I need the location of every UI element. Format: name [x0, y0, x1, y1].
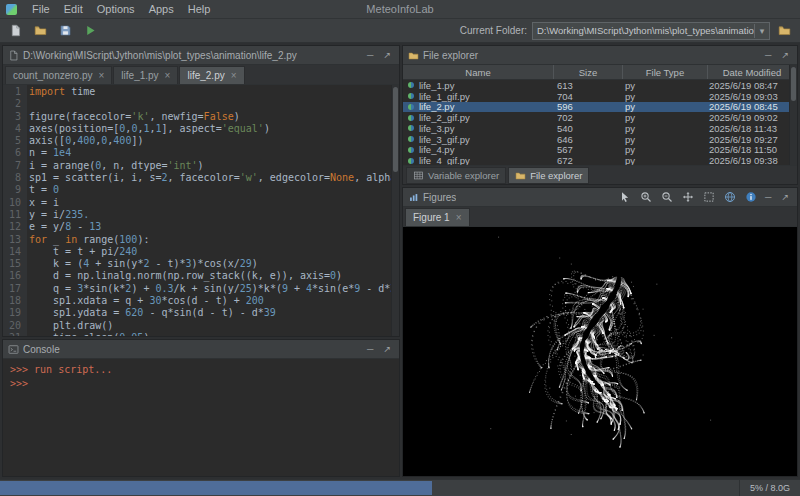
- pan-icon[interactable]: [681, 190, 695, 204]
- app-icon: [6, 4, 17, 15]
- console-output[interactable]: >>> run script...>>>: [3, 359, 399, 476]
- close-icon[interactable]: ×: [99, 70, 105, 81]
- editor-tab-life-1-py[interactable]: life_1.py×: [113, 66, 178, 84]
- table-row[interactable]: life_2.py596py2025/6/19 08:45: [403, 102, 797, 113]
- tab-label: life_1.py: [121, 70, 158, 81]
- python-file-icon: [407, 103, 415, 111]
- line-number: 19: [3, 307, 29, 319]
- table-row[interactable]: life_3_gif.py646py2025/6/19 09:27: [403, 134, 797, 145]
- minimize-icon[interactable]: ─: [762, 188, 774, 206]
- table-row[interactable]: life_1.py613py2025/6/19 08:47: [403, 80, 797, 91]
- table-row[interactable]: life_1_gif.py704py2025/6/19 09:03: [403, 91, 797, 102]
- code-line: 18 sp1.xdata = q + 30*cos(d - t) + 200: [3, 295, 399, 307]
- table-row[interactable]: life_2_gif.py702py2025/6/19 09:02: [403, 112, 797, 123]
- line-number: 12: [3, 221, 29, 233]
- scrollbar-thumb[interactable]: [791, 67, 796, 101]
- file-name-cell: life_3_gif.py: [403, 134, 553, 145]
- figures-title: Figures: [423, 192, 456, 203]
- chart-icon: [408, 192, 419, 203]
- file-name: life_3.py: [419, 123, 454, 134]
- select-icon[interactable]: [618, 190, 632, 204]
- code-line: 3figure(facecolor='k', newfig=False): [3, 111, 399, 123]
- column-header-size[interactable]: Size: [554, 65, 623, 79]
- code-text: [29, 98, 35, 110]
- open-file-button[interactable]: [32, 22, 49, 39]
- code-editor[interactable]: 1import time2 3figure(facecolor='k', new…: [3, 85, 399, 336]
- close-icon[interactable]: ×: [456, 212, 462, 223]
- full-extent-icon[interactable]: [702, 190, 716, 204]
- column-header-date-modified[interactable]: Date Modified: [708, 65, 797, 79]
- figure-tab-figure-1[interactable]: Figure 1×: [405, 208, 470, 226]
- editor-tabs: count_nonzero.py×life_1.py×life_2.py×: [3, 65, 399, 85]
- code-line: 8sp1 = scatter(i, i, s=2, facecolor='w',…: [3, 172, 399, 184]
- file-name-cell: life_1_gif.py: [403, 91, 553, 102]
- editor-scrollbar[interactable]: [391, 85, 399, 336]
- current-folder-label: Current Folder:: [460, 25, 527, 36]
- minimize-icon[interactable]: ─: [762, 46, 774, 64]
- globe-icon[interactable]: [723, 190, 737, 204]
- float-icon[interactable]: ↗: [380, 340, 394, 358]
- line-number: 6: [3, 147, 29, 159]
- code-text: i = arange(0, n, dtype='int'): [29, 160, 204, 172]
- file-explorer-header: File explorer ─ ↗: [403, 46, 797, 65]
- menu-apps[interactable]: Apps: [142, 2, 181, 16]
- menu-file[interactable]: File: [25, 2, 57, 16]
- zoom-in-icon[interactable]: [639, 190, 653, 204]
- console-header: Console ─ ↗: [3, 340, 399, 359]
- memory-indicator[interactable]: 5% / 8.0G: [739, 480, 800, 496]
- minimize-icon[interactable]: ─: [364, 46, 376, 64]
- file-name-cell: life_2.py: [403, 101, 553, 112]
- column-header-file-type[interactable]: File Type: [623, 65, 708, 79]
- folder-icon: [515, 170, 526, 181]
- toolbar-icons: [7, 22, 99, 39]
- code-line: 9t = 0: [3, 184, 399, 196]
- tab-file-explorer[interactable]: File explorer: [508, 167, 589, 184]
- scrollbar-thumb[interactable]: [393, 87, 398, 172]
- float-icon[interactable]: ↗: [380, 46, 394, 64]
- column-header-name[interactable]: Name: [403, 65, 554, 79]
- code-text: figure(facecolor='k', newfig=False): [29, 111, 240, 123]
- code-line: 4axes(position=[0,0,1,1], aspect='equal'…: [3, 123, 399, 135]
- line-number: 7: [3, 160, 29, 172]
- zoom-out-icon[interactable]: [660, 190, 674, 204]
- tab-variable-explorer[interactable]: Variable explorer: [406, 167, 506, 184]
- main-toolbar: Current Folder: D:\Working\MIScript\Jyth…: [0, 19, 800, 43]
- new-script-button[interactable]: [7, 22, 24, 39]
- chevron-down-icon[interactable]: ▾: [754, 24, 769, 38]
- browse-folder-button[interactable]: [775, 22, 793, 39]
- code-line: 20 plt.draw(): [3, 320, 399, 332]
- file-name: life_1.py: [419, 80, 454, 91]
- menu-edit[interactable]: Edit: [57, 2, 90, 16]
- line-number: 21: [3, 332, 29, 336]
- figures-toolbar: [618, 190, 758, 204]
- code-text: sp1.xdata = q + 30*cos(d - t) + 200: [29, 295, 264, 307]
- left-column: D:\Working\MIScript\Jython\mis\plot_type…: [2, 45, 400, 477]
- save-file-button[interactable]: [57, 22, 74, 39]
- menu-help[interactable]: Help: [181, 2, 218, 16]
- python-file-icon: [407, 124, 415, 132]
- explorer-tabs: Variable explorerFile explorer: [403, 165, 797, 184]
- current-folder-combobox[interactable]: D:\Working\MIScript\Jython\mis\plot_type…: [532, 22, 770, 40]
- code-text: n = 1e4: [29, 147, 71, 159]
- float-icon[interactable]: ↗: [778, 188, 792, 206]
- figure-canvas[interactable]: [403, 227, 797, 476]
- menu-options[interactable]: Options: [90, 2, 142, 16]
- table-scrollbar[interactable]: [789, 65, 797, 165]
- code-line: 13for _ in range(100):: [3, 234, 399, 246]
- float-icon[interactable]: ↗: [778, 46, 792, 64]
- close-icon[interactable]: ×: [231, 70, 237, 81]
- run-script-button[interactable]: [82, 22, 99, 39]
- identify-icon[interactable]: [744, 190, 758, 204]
- close-icon[interactable]: ×: [165, 70, 171, 81]
- editor-tab-count-nonzero-py[interactable]: count_nonzero.py×: [5, 66, 112, 84]
- table-row[interactable]: life_4_gif.py672py2025/6/19 09:38: [403, 155, 797, 165]
- editor-tab-life-2-py[interactable]: life_2.py×: [179, 66, 244, 84]
- table-row[interactable]: life_4.py567py2025/6/18 11:50: [403, 145, 797, 156]
- minimize-icon[interactable]: ─: [364, 340, 376, 358]
- line-number: 10: [3, 197, 29, 209]
- table-row[interactable]: life_3.py540py2025/6/18 11:43: [403, 123, 797, 134]
- tab-label: File explorer: [530, 170, 582, 181]
- file-name-cell: life_2_gif.py: [403, 112, 553, 123]
- code-line: 10x = i: [3, 197, 399, 209]
- main-area: D:\Working\MIScript\Jython\mis\plot_type…: [0, 43, 800, 479]
